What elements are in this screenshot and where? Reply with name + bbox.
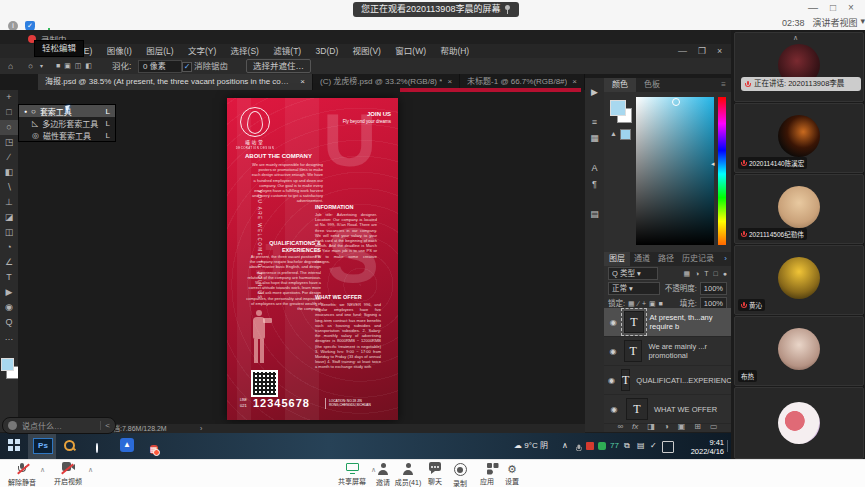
tab-paths[interactable]: 路径 <box>654 252 678 266</box>
visibility-eye-icon[interactable]: ◉ <box>608 347 618 356</box>
flyout-item-magnetic-lasso[interactable]: ◎ 磁性套索工具 L <box>19 129 115 141</box>
menu-layer[interactable]: 图层(L) <box>140 44 179 58</box>
text-layer-thumbnail[interactable]: T <box>621 369 630 391</box>
participant-tile[interactable]: 2021114506纪勤伟 <box>734 174 864 244</box>
tab-swatches[interactable]: 色板 <box>636 78 668 92</box>
tray-temp-number[interactable]: 77 <box>610 433 619 459</box>
tab-layers[interactable]: 图层 <box>604 252 630 266</box>
blend-mode-dropdown[interactable]: 正常 ▾ <box>608 282 660 295</box>
visibility-eye-icon[interactable]: ◉ <box>608 318 618 327</box>
poster-document[interactable]: J U S 喵咕堂 DECORATION DESIGN JOIN US Fly … <box>227 98 398 420</box>
unmute-button[interactable]: 解除静音 <box>2 463 42 487</box>
menu-3d[interactable]: 3D(D) <box>310 44 345 58</box>
weather-widget[interactable]: ☁ 9°C 阴 <box>514 433 548 459</box>
participant-tile[interactable]: 2020114140陈溪宏 <box>734 103 864 173</box>
paragraph-panel-icon[interactable]: ¶ <box>585 176 604 192</box>
tab-color[interactable]: 颜色 <box>604 78 636 92</box>
layer-row[interactable]: ◉ T At present, th...any require b <box>604 308 731 337</box>
visibility-eye-icon[interactable]: ◉ <box>608 405 620 414</box>
tray-tool-icon[interactable]: ✓ <box>650 433 657 459</box>
text-layer-thumbnail[interactable]: T <box>624 340 643 362</box>
marquee-tool[interactable]: □ <box>0 105 18 120</box>
text-layer-thumbnail[interactable]: T <box>626 398 648 420</box>
crop-tool[interactable]: ◳ <box>0 135 18 150</box>
document-tab[interactable]: 海报.psd @ 38.5% (At present, the three va… <box>38 74 313 90</box>
mask-icon[interactable]: ◨ <box>647 422 655 431</box>
gradient-tool[interactable]: ◫ <box>0 225 18 240</box>
filter-adjust-icon[interactable]: ◑ <box>695 267 699 280</box>
group-icon[interactable]: ▣ <box>678 422 686 431</box>
tab-close-icon[interactable]: × <box>300 74 305 90</box>
tab-channels[interactable]: 通道 <box>630 252 654 266</box>
home-icon[interactable]: ⌂ <box>8 58 13 74</box>
filter-smart-icon[interactable]: ● <box>723 267 727 280</box>
filter-pixel-icon[interactable]: ▦ <box>683 267 690 280</box>
layer-name[interactable]: WHAT WE OFFER <box>654 405 717 414</box>
color-fg-swatch[interactable] <box>610 100 626 116</box>
participant-tile[interactable]: ∧ 正在讲话: 2020113908李晨 <box>734 32 864 102</box>
minimize-icon[interactable]: — <box>808 1 818 15</box>
participant-tile[interactable]: 布热 <box>734 316 864 386</box>
menu-help[interactable]: 帮助(H) <box>434 44 475 58</box>
flyout-item-polygonal-lasso[interactable]: ◺ 多边形套索工具 L <box>19 117 115 129</box>
collapse-arrow-icon[interactable]: ∧ <box>793 34 798 42</box>
tray-app-icon[interactable] <box>586 442 594 450</box>
hand-tool[interactable]: ◉ <box>0 300 18 315</box>
mode-subtract-icon[interactable]: ◫ <box>75 62 86 69</box>
opacity-value[interactable]: 100% <box>700 282 727 295</box>
stamp-tool[interactable]: ⊥ <box>0 195 18 210</box>
tray-folder-icon[interactable]: ▤ <box>637 433 645 459</box>
hue-slider[interactable] <box>718 97 726 245</box>
active-tool-icon[interactable]: ○ <box>28 58 33 74</box>
menu-window[interactable]: 窗口(W) <box>389 44 432 58</box>
brush-settings-icon[interactable]: ≡ <box>585 114 604 130</box>
pen-tool[interactable]: ∠ <box>0 255 18 270</box>
type-tool[interactable]: T <box>0 270 18 285</box>
visibility-eye-icon[interactable]: ◉ <box>608 376 615 385</box>
mic-options-caret[interactable]: ∧ <box>40 466 45 474</box>
start-video-button[interactable]: 开启视频 <box>48 463 88 486</box>
participant-tile[interactable]: 黄沁 <box>734 245 864 315</box>
blur-tool[interactable]: ◔ <box>0 240 18 255</box>
notification-edge[interactable] <box>727 440 728 452</box>
layer-row[interactable]: ◉ T QUALIFICATI...EXPERIENCES <box>604 366 731 395</box>
delete-icon[interactable]: ▭ <box>710 422 718 431</box>
status-arrow-icon[interactable]: › <box>200 424 202 433</box>
mode-intersect-icon[interactable]: ◧ <box>85 62 96 69</box>
character-panel-icon[interactable]: A <box>585 160 604 176</box>
close-icon[interactable]: × <box>848 1 854 15</box>
mode-new-icon[interactable]: ■ <box>56 62 64 69</box>
feather-input[interactable]: 0 像素 <box>138 60 182 73</box>
zoom-tool[interactable]: Q <box>0 315 18 330</box>
tray-expand-icon[interactable]: ∧ <box>562 433 568 459</box>
input-method-icon[interactable] <box>662 441 674 453</box>
gamut-swatch[interactable] <box>620 129 631 140</box>
menu-filter[interactable]: 滤镜(T) <box>267 44 307 58</box>
layer-row[interactable]: ◉ T WHAT WE OFFER <box>604 395 731 424</box>
settings-button[interactable]: ⚙ 设置 <box>492 463 532 486</box>
link-icon[interactable]: ∞ <box>617 422 623 431</box>
menu-select[interactable]: 选择(S) <box>225 44 265 58</box>
ps-restore-icon[interactable]: ❐ <box>698 44 706 58</box>
layer-name[interactable]: QUALIFICATI...EXPERIENCES <box>636 376 731 385</box>
collapse-icon[interactable]: < <box>100 421 110 430</box>
ps-close-icon[interactable]: × <box>717 44 722 58</box>
color-field[interactable] <box>636 97 714 245</box>
layer-name[interactable]: We are mainly ...r promotional <box>648 342 731 360</box>
taskbar-meeting-app-icon[interactable]: ▲ <box>120 438 134 452</box>
layer-name[interactable]: At present, th...any require b <box>650 313 731 331</box>
pin-icon[interactable] <box>504 5 511 14</box>
chat-input[interactable]: 说点什么… <box>22 420 95 431</box>
select-and-mask-button[interactable]: 选择并遮住… <box>246 59 311 73</box>
taskbar-docs-app-icon[interactable]: ▦ <box>150 445 158 454</box>
taskbar-photoshop-icon[interactable]: Ps <box>33 438 53 454</box>
tray-display-icon[interactable]: ⧉ <box>624 433 630 459</box>
selection-mode-icons[interactable]: ■▣◫◧ <box>56 58 96 74</box>
brush-tool[interactable]: ∖ <box>0 180 18 195</box>
tool-caret-icon[interactable]: ▾ <box>40 58 43 74</box>
new-layer-icon[interactable]: ⊞ <box>694 422 701 431</box>
menu-image[interactable]: 图像(I) <box>101 44 138 58</box>
menu-view[interactable]: 视图(V) <box>347 44 387 58</box>
tab-history[interactable]: 历史记录 <box>678 252 718 266</box>
text-layer-thumbnail[interactable]: T <box>624 311 643 333</box>
